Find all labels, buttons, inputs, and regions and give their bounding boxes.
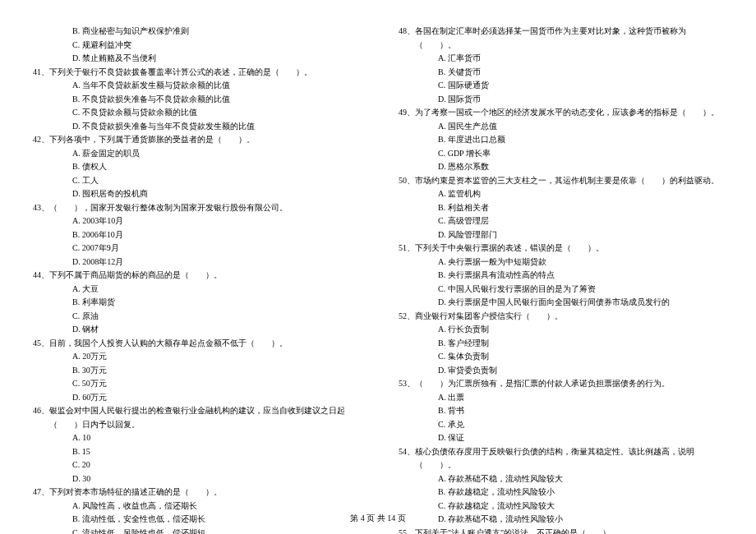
option-text: B. 背书 [399, 404, 723, 418]
page-footer: 第 4 页 共 14 页 [0, 513, 756, 524]
option-text: A. 央行票据一般为中短期贷款 [399, 255, 723, 269]
option-text: B. 存款越稳定，流动性风险较小 [399, 486, 723, 499]
option-text: D. 囤积居奇的投机商 [33, 187, 357, 201]
question-50: 50、市场约束是资本监管的三大支柱之一，其运作机制主要是依靠（ ）的利益驱动。 [399, 174, 723, 188]
option-text: C. 承兑 [399, 418, 723, 432]
option-text: C. 不良贷款余额与贷款余额的比值 [33, 106, 357, 120]
option-text: A. 10 [33, 431, 357, 445]
option-text: A. 汇率货币 [399, 52, 723, 66]
option-text: D. 2008年12月 [33, 255, 357, 269]
option-text: A. 当年不良贷款新发生额与贷款余额的比值 [33, 79, 357, 93]
option-text: A. 大豆 [33, 283, 357, 297]
option-text: D. 保证 [399, 431, 723, 445]
option-text: C. 存款越稳定，流动性风险较大 [399, 499, 723, 513]
question-49: 49、为了考察一国或一个地区的经济发展水平的动态变化，应该参考的指标是（ ）。 [399, 106, 723, 120]
option-text: D. 风险管理部门 [399, 228, 723, 242]
question-51: 51、下列关于中央银行票据的表述，错误的是（ ）。 [399, 242, 723, 255]
option-text: B. 利率期货 [33, 296, 357, 310]
option-text: A. 2003年10月 [33, 214, 357, 228]
question-46: 46、银监会对中国人民银行提出的检查银行业金融机构的建议，应当自收到建议之日起（… [33, 404, 357, 431]
question-45: 45、目前，我国个人投资人认购的大额存单起点金额不低于（ ）。 [33, 337, 357, 351]
option-text: A. 20万元 [33, 350, 357, 364]
question-43: 43、（ ），国家开发银行整体改制为国家开发银行股份有限公司。 [33, 201, 357, 215]
question-41: 41、下列关于银行不良贷款拨备覆盖率计算公式的表述，正确的是（ ）。 [33, 66, 357, 80]
option-text: B. 15 [33, 445, 357, 459]
option-text: B. 30万元 [33, 364, 357, 378]
option-text: D. 恩格尔系数 [399, 160, 723, 174]
option-text: C. 高级管理层 [399, 214, 723, 228]
option-text: D. 60万元 [33, 391, 357, 405]
option-text: D. 审贷委负责制 [399, 364, 723, 378]
option-text: B. 利益相关者 [399, 201, 723, 215]
option-text: D. 央行票据是中国人民银行面向全国银行间债券市场成员发行的 [399, 296, 723, 310]
option-text: C. GDP 增长率 [399, 147, 723, 161]
option-text: B. 2006年10月 [33, 228, 357, 242]
right-column: 48、各国在制定汇率时必须选择某一国货币作为主要对比对象，这种货币被称为（ ）。… [399, 25, 723, 534]
question-52: 52、商业银行对集团客户授信实行（ ）。 [399, 310, 723, 324]
option-text: C. 规避利益冲突 [33, 39, 357, 53]
option-text: C. 流动性低，风险性也低，偿还期短 [33, 527, 357, 535]
two-column-layout: B. 商业秘密与知识产权保护准则 C. 规避利益冲突 D. 禁止贿赂及不当便利 … [33, 25, 723, 534]
option-text: A. 行长负责制 [399, 323, 723, 337]
option-text: A. 国民生产总值 [399, 120, 723, 134]
option-text: B. 商业秘密与知识产权保护准则 [33, 25, 357, 39]
option-text: B. 不良贷款损失准备与不良贷款余额的比值 [33, 93, 357, 107]
option-text: D. 禁止贿赂及不当便利 [33, 52, 357, 66]
option-text: B. 债权人 [33, 160, 357, 174]
question-53: 53、（ ）为汇票所独有，是指汇票的付款人承诺负担票据债务的行为。 [399, 377, 723, 391]
option-text: A. 监管机构 [399, 187, 723, 201]
question-54: 54、核心负债依存度用于反映银行负债的结构，衡量其稳定性。该比例越高，说明（ ）… [399, 445, 723, 472]
question-47: 47、下列对资本市场特征的描述正确的是（ ）。 [33, 486, 357, 499]
question-55: 55、下列关于"法人账户透支"的说法，不正确的是（ ）。 [399, 527, 723, 535]
option-text: C. 国际硬通货 [399, 79, 723, 93]
option-text: C. 20 [33, 458, 357, 472]
option-text: D. 国际货币 [399, 93, 723, 107]
option-text: C. 工人 [33, 174, 357, 188]
option-text: C. 原油 [33, 310, 357, 324]
option-text: B. 客户经理制 [399, 337, 723, 351]
option-text: D. 不良贷款损失准备与当年不良贷款发生额的比值 [33, 120, 357, 134]
option-text: C. 集体负责制 [399, 350, 723, 364]
option-text: B. 关键货币 [399, 66, 723, 80]
option-text: B. 年度进出口总额 [399, 133, 723, 147]
option-text: A. 薪金固定的职员 [33, 147, 357, 161]
option-text: C. 2007年9月 [33, 242, 357, 255]
option-text: A. 风险性高，收益也高，偿还期长 [33, 499, 357, 513]
option-text: C. 中国人民银行发行票据的目的是为了筹资 [399, 283, 723, 297]
option-text: D. 30 [33, 472, 357, 486]
option-text: C. 50万元 [33, 377, 357, 391]
question-44: 44、下列不属于商品期货的标的商品的是（ ）。 [33, 269, 357, 283]
option-text: A. 存款基础不稳，流动性风险较大 [399, 472, 723, 486]
question-48: 48、各国在制定汇率时必须选择某一国货币作为主要对比对象，这种货币被称为（ ）。 [399, 25, 723, 52]
option-text: B. 央行票据具有流动性高的特点 [399, 269, 723, 283]
left-column: B. 商业秘密与知识产权保护准则 C. 规避利益冲突 D. 禁止贿赂及不当便利 … [33, 25, 357, 534]
question-42: 42、下列各项中，下列属于通货膨胀的受益者的是（ ）。 [33, 133, 357, 147]
option-text: A. 出票 [399, 391, 723, 405]
option-text: D. 钢材 [33, 323, 357, 337]
